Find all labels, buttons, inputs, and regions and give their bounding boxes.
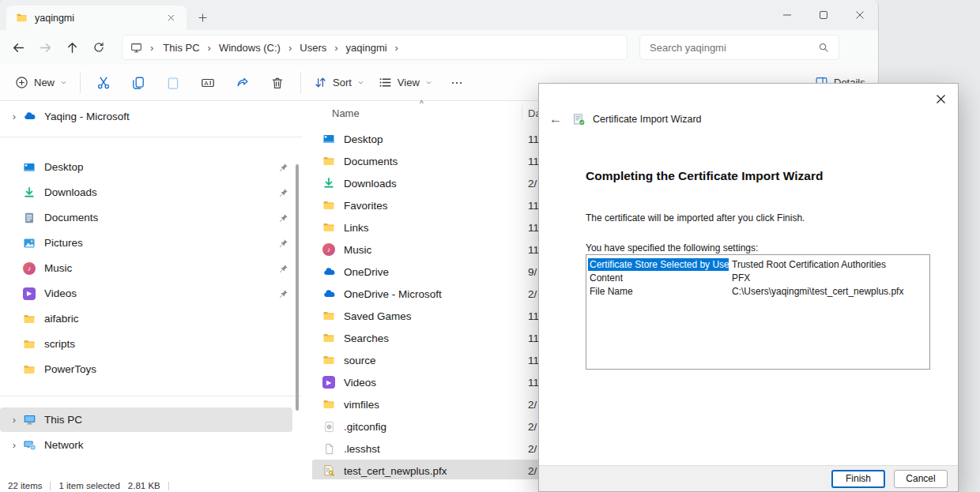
pin-icon xyxy=(275,213,292,223)
file-row-onedrive[interactable]: OneDrive9/ xyxy=(312,261,549,283)
breadcrumb-item-yaqingmi[interactable]: yaqingmi xyxy=(340,39,394,56)
plus-circle-icon xyxy=(15,76,28,89)
file-row-source[interactable]: source11/ xyxy=(312,349,549,371)
sidebar-item-this-pc[interactable]: ›This PC xyxy=(0,407,292,432)
cancel-button[interactable]: Cancel xyxy=(894,470,948,488)
sidebar-item-network[interactable]: ›Network xyxy=(0,433,292,457)
sidebar-item-documents[interactable]: Documents xyxy=(0,205,292,230)
copy-icon[interactable] xyxy=(121,69,156,96)
file-name: Videos xyxy=(336,377,376,389)
sidebar-item-label: Network xyxy=(36,439,275,451)
chevron-right-icon[interactable]: › xyxy=(6,111,22,122)
address-bar[interactable]: › This PC›Windows (C:)›Users›yaqingmi› xyxy=(122,35,628,60)
chevron-right-icon[interactable]: › xyxy=(6,439,22,451)
close-icon[interactable] xyxy=(842,0,878,30)
file-row-documents[interactable]: Documents11/ xyxy=(312,150,549,172)
view-button[interactable]: View xyxy=(371,70,439,95)
file-name: OneDrive - Microsoft xyxy=(336,288,442,300)
this-pc-icon xyxy=(22,413,36,426)
toolbar-divider xyxy=(80,73,81,93)
minimize-icon[interactable] xyxy=(769,0,805,30)
delete-icon[interactable] xyxy=(260,69,295,96)
sidebar-item-videos[interactable]: ▶Videos xyxy=(0,281,292,306)
chevron-down-icon xyxy=(357,79,364,86)
sidebar-item-aifabric[interactable]: aifabric xyxy=(0,306,292,331)
file-row-downloads[interactable]: Downloads2/ xyxy=(312,172,549,194)
sidebar-item-downloads[interactable]: Downloads xyxy=(0,180,292,205)
more-options-icon[interactable] xyxy=(439,69,474,96)
file-row-lesshst[interactable]: .lesshst2/ xyxy=(312,438,549,460)
dialog-close-icon[interactable] xyxy=(929,88,952,109)
up-icon[interactable] xyxy=(58,34,85,61)
svg-text:A: A xyxy=(204,79,209,86)
setting-row-file-name[interactable]: File NameC:\Users\yaqingmi\test_cert_new… xyxy=(588,284,928,298)
sidebar-item-pictures[interactable]: Pictures xyxy=(0,231,292,255)
file-row-gitconfig[interactable]: .gitconfig2/ xyxy=(312,415,549,438)
sidebar-item-yaqing-microsoft[interactable]: ›Yaqing - Microsoft xyxy=(0,104,292,129)
file-row-searches[interactable]: Searches11/ xyxy=(312,327,549,349)
file-row-links[interactable]: Links11/ xyxy=(312,216,549,238)
downloads-icon xyxy=(22,186,36,199)
sort-button[interactable]: Sort xyxy=(307,70,371,95)
file-date-modified: 9/ xyxy=(528,266,537,278)
file-row-test-cert-newplus-pfx[interactable]: test_cert_newplus.pfx2/ xyxy=(312,460,549,482)
new-button[interactable]: New xyxy=(8,70,74,95)
certificate-wizard-icon xyxy=(572,113,586,126)
column-header-name[interactable]: Name xyxy=(332,107,360,119)
sidebar-item-music[interactable]: ♪Music xyxy=(0,256,292,280)
settings-table[interactable]: Certificate Store Selected by UserTruste… xyxy=(586,254,930,370)
setting-key: Content xyxy=(588,272,729,284)
breadcrumb-item-users[interactable]: Users xyxy=(293,39,333,56)
file-row-saved-games[interactable]: Saved Games11/ xyxy=(312,305,549,327)
pin-icon xyxy=(275,163,292,172)
sidebar-item-desktop[interactable]: Desktop xyxy=(0,155,292,179)
file-date-modified: 2/ xyxy=(528,421,537,433)
new-button-label: New xyxy=(34,77,55,88)
breadcrumb-separator: › xyxy=(287,42,293,54)
file-row-desktop[interactable]: Desktop11/ xyxy=(312,128,549,150)
search-icon[interactable] xyxy=(818,42,829,53)
back-icon[interactable] xyxy=(5,34,32,61)
setting-row-certificate-store-selected-by-user[interactable]: Certificate Store Selected by UserTruste… xyxy=(588,257,928,271)
search-box[interactable]: Search yaqingmi xyxy=(639,35,839,60)
finish-button[interactable]: Finish xyxy=(831,470,885,488)
onedrive-icon xyxy=(322,265,336,279)
wizard-heading: Completing the Certificate Import Wizard xyxy=(586,169,823,183)
music-icon: ♪ xyxy=(322,243,336,256)
sidebar-item-label: Music xyxy=(36,262,275,274)
status-divider xyxy=(50,482,51,490)
sidebar-item-powertoys[interactable]: PowerToys xyxy=(0,357,292,381)
breadcrumb-separator: › xyxy=(149,42,155,54)
column-divider[interactable] xyxy=(522,105,522,121)
chevron-right-icon[interactable]: › xyxy=(6,414,22,426)
maximize-icon[interactable] xyxy=(805,0,842,30)
sidebar-scrollbar[interactable] xyxy=(296,164,299,411)
file-row-vimfiles[interactable]: vimfiles2/ xyxy=(312,393,549,415)
sidebar-item-label: This PC xyxy=(36,414,275,426)
file-row-onedrive-microsoft[interactable]: OneDrive - Microsoft2/ xyxy=(312,283,549,305)
videos-icon: ▶ xyxy=(322,376,336,389)
sidebar-item-scripts[interactable]: scripts xyxy=(0,332,292,356)
refresh-icon[interactable] xyxy=(85,34,112,61)
explorer-tab[interactable]: yaqingmi xyxy=(6,6,187,30)
tab-close-icon[interactable] xyxy=(161,9,180,28)
rename-icon[interactable]: A xyxy=(190,69,225,96)
setting-row-content[interactable]: ContentPFX xyxy=(588,271,928,284)
setting-value: PFX xyxy=(729,272,750,284)
dialog-back-icon[interactable]: ← xyxy=(549,112,565,126)
breadcrumb-item-this-pc[interactable]: This PC xyxy=(156,39,205,56)
file-name: source xyxy=(336,355,376,366)
file-row-music[interactable]: ♪Music11/ xyxy=(312,238,549,261)
setting-key: File Name xyxy=(588,285,729,298)
cut-icon[interactable] xyxy=(86,69,121,96)
new-tab-button[interactable] xyxy=(193,8,212,27)
file-row-favorites[interactable]: Favorites11/ xyxy=(312,194,549,216)
breadcrumb-item-windows-c[interactable]: Windows (C:) xyxy=(213,39,287,56)
file-name: Downloads xyxy=(336,178,397,190)
sort-icon xyxy=(314,76,327,89)
file-row-videos[interactable]: ▶Videos11/ xyxy=(312,371,549,393)
pictures-icon xyxy=(22,237,36,250)
folder-icon xyxy=(322,332,336,344)
file-name: Links xyxy=(336,222,369,234)
share-icon[interactable] xyxy=(225,69,260,96)
